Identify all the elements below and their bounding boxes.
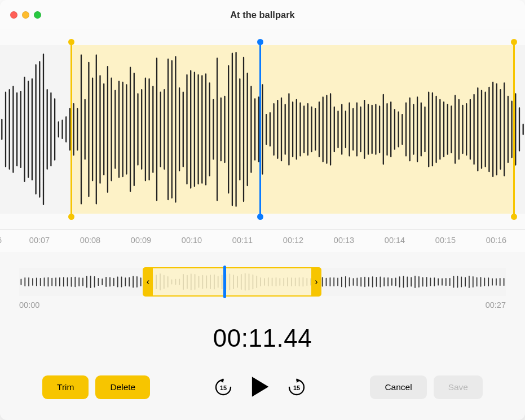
svg-text:15: 15 [220,384,227,391]
skip-forward-15-icon: 15 [287,378,306,397]
time-tick: 00:11 [232,236,253,245]
main-waveform [0,45,525,214]
overview-area: ‹ › 00:00 00:27 [0,268,525,310]
time-tick: 00:12 [283,236,303,245]
overview-end-time: 00:27 [486,300,506,310]
toolbar: Trim Delete 15 [0,375,525,400]
skip-forward-button[interactable]: 15 [287,378,306,397]
skip-back-15-icon: 15 [214,378,233,397]
titlebar[interactable]: At the ballpark [0,0,525,29]
delete-button[interactable]: Delete [95,375,150,399]
chevron-right-icon: › [315,277,317,287]
time-tick: 6 [0,236,2,245]
time-tick: 00:13 [334,236,354,245]
minimize-button[interactable] [22,11,29,19]
time-tick: 00:16 [486,236,506,245]
window-title: At the ballpark [0,10,525,20]
play-icon [250,375,270,400]
time-tick: 00:09 [131,236,151,245]
svg-text:15: 15 [293,384,300,391]
save-button[interactable]: Save [434,375,483,399]
overview-waveform[interactable]: ‹ › [19,268,506,296]
overview-trim-start-handle[interactable]: ‹ [143,267,153,297]
overview-trim-end-handle[interactable]: › [311,267,321,297]
trim-button[interactable]: Trim [42,375,89,399]
cancel-button[interactable]: Cancel [370,375,426,399]
time-tick: 00:08 [80,236,100,245]
play-button[interactable] [250,375,270,400]
time-tick: 00:15 [435,236,456,245]
skip-back-button[interactable]: 15 [214,378,233,397]
overview-playhead[interactable] [223,266,226,298]
fullscreen-button[interactable] [34,11,41,19]
time-ruler: 600:0700:0800:0900:1000:1100:1200:1300:1… [0,229,525,252]
chevron-left-icon: ‹ [147,277,149,287]
time-tick: 00:14 [385,236,405,245]
overview-selection [153,267,311,297]
time-tick: 00:10 [182,236,202,245]
overview-start-time: 00:00 [19,300,39,310]
close-button[interactable] [10,11,17,19]
main-waveform-area[interactable] [0,29,525,229]
current-timecode: 00:11.44 [0,324,525,352]
playhead[interactable] [259,42,261,217]
trim-start-handle[interactable] [70,42,72,217]
window-controls [10,11,41,19]
trim-end-handle[interactable] [513,42,515,217]
time-tick: 00:07 [29,236,50,245]
editor-window: At the ballpark 600:0700:0800:0900:1000:… [0,0,525,420]
